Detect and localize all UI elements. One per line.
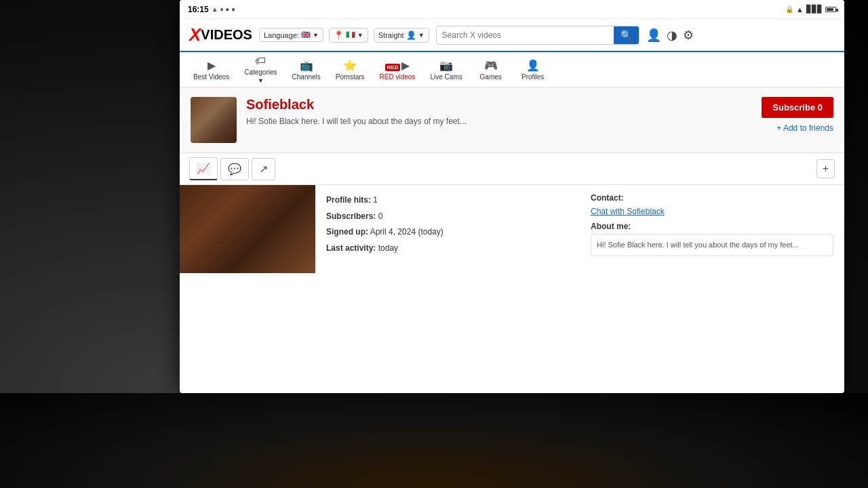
about-label: About me: [591, 222, 833, 231]
stats-info: Profile hits: 1 Subscribers: 0 Signed up… [315, 185, 580, 273]
red-videos-label: RED videos [380, 73, 416, 81]
last-activity-value: today [378, 243, 398, 253]
signed-up-label: Signed up: [326, 227, 368, 237]
header-icons: 👤 ◑ ⚙ [646, 28, 694, 43]
stats-photo [180, 185, 315, 273]
signed-up-value: April 4, 2024 (today) [370, 227, 443, 237]
nav-item-games[interactable]: 🎮 Games [471, 56, 511, 83]
last-activity-row: Last activity: today [326, 241, 569, 256]
header: X VIDEOS Language: 🇬🇧 ▼ 📍 🇮🇹 ▼ Straight … [180, 19, 844, 52]
time-display: 16:15 [188, 5, 209, 14]
profile-name: Sofieblack [246, 97, 752, 113]
pornstars-icon: ⭐ [343, 59, 357, 72]
location-chevron: ▼ [357, 32, 363, 39]
profile-section: Sofieblack Hi! Sofie Black here. I will … [180, 87, 844, 153]
location-selector[interactable]: 📍 🇮🇹 ▼ [329, 28, 368, 43]
stats-section: Profile hits: 1 Subscribers: 0 Signed up… [180, 185, 844, 273]
share-tab-icon: ↗ [259, 163, 268, 175]
games-label: Games [480, 73, 502, 81]
status-bar: 16:15 ▲ ♦ ● ● 🔒 ▲ ▊▊▊ [180, 0, 844, 19]
add-friends-button[interactable]: + Add to friends [776, 123, 833, 133]
status-time: 16:15 ▲ ♦ ● ● [188, 5, 235, 14]
comments-tab[interactable]: 💬 [220, 158, 249, 180]
pornstars-label: Pornstars [336, 73, 365, 81]
red-badge: RED [385, 64, 401, 71]
games-icon: 🎮 [484, 59, 498, 72]
lock-icon: 🔒 [785, 5, 793, 13]
battery-icon [825, 7, 836, 12]
red-videos-icon: RED▶ [385, 59, 410, 72]
nav-item-pornstars[interactable]: ⭐ Pornstars [329, 56, 372, 83]
wifi-icon: ▊▊▊ [806, 5, 823, 14]
add-icon: + [823, 163, 829, 174]
profiles-icon: 👤 [526, 59, 540, 72]
profile-hits-value: 1 [373, 195, 378, 205]
categories-icon: 🏷 [255, 55, 266, 67]
nav-bar: ▶ Best Videos 🏷 Categories ▼ 📺 Channels … [180, 52, 844, 87]
best-videos-label: Best Videos [193, 73, 229, 81]
location-flag: 🇮🇹 [346, 30, 355, 39]
search-bar: 🔍 [436, 26, 639, 45]
logo-videos: VIDEOS [201, 27, 252, 43]
subscribers-row: Subscribers: 0 [326, 209, 569, 224]
search-input[interactable] [437, 27, 614, 43]
person-icon: 👤 [406, 30, 416, 40]
nav-item-red-videos[interactable]: RED▶ RED videos [373, 56, 422, 83]
profile-actions: Subscribe 0 + Add to friends [762, 97, 833, 133]
add-tab-button[interactable]: + [816, 159, 835, 178]
straight-label: Straight [378, 31, 404, 39]
nav-item-best-videos[interactable]: ▶ Best Videos [186, 56, 236, 83]
best-videos-icon: ▶ [208, 59, 216, 72]
contrast-icon[interactable]: ◑ [667, 28, 677, 43]
straight-selector[interactable]: Straight 👤 ▼ [374, 28, 429, 43]
subscribers-value: 0 [378, 211, 383, 221]
channels-label: Channels [292, 73, 321, 81]
share-tab[interactable]: ↗ [252, 158, 275, 180]
stats-contact: Contact: Chat with Sofieblack About me: … [580, 185, 844, 273]
status-icons: ▲ ♦ ● ● [212, 5, 235, 13]
settings-icon[interactable]: ⚙ [683, 28, 694, 43]
bottom-shadow [0, 393, 868, 488]
stats-tab[interactable]: 📈 [189, 157, 218, 180]
profile-hits-label: Profile hits: [326, 195, 371, 205]
nav-item-profiles[interactable]: 👤 Profiles [513, 56, 553, 83]
live-cams-label: Live Cams [430, 73, 462, 81]
header-controls: Language: 🇬🇧 ▼ 📍 🇮🇹 ▼ Straight 👤 ▼ [259, 28, 429, 43]
nav-item-live-cams[interactable]: 📷 Live Cams [423, 56, 469, 83]
language-chevron: ▼ [313, 32, 319, 39]
signal-icon: ▲ [796, 5, 804, 14]
site-logo[interactable]: X VIDEOS [189, 24, 252, 45]
straight-chevron: ▼ [418, 32, 425, 39]
channels-icon: 📺 [300, 59, 313, 72]
subscribe-button[interactable]: Subscribe 0 [762, 97, 833, 118]
signed-up-row: Signed up: April 4, 2024 (today) [326, 225, 569, 240]
status-right-icons: 🔒 ▲ ▊▊▊ [785, 5, 836, 14]
nav-item-categories[interactable]: 🏷 Categories ▼ [237, 52, 283, 87]
profile-info: Sofieblack Hi! Sofie Black here. I will … [246, 97, 752, 126]
location-pin-icon: 📍 [334, 30, 344, 40]
chat-link[interactable]: Chat with Sofieblack [591, 207, 665, 216]
profile-description: Hi! Sofie Black here. I will tell you ab… [246, 117, 752, 126]
search-button[interactable]: 🔍 [614, 26, 639, 44]
contact-label: Contact: [591, 193, 833, 203]
profile-avatar [191, 97, 237, 143]
nav-item-channels[interactable]: 📺 Channels [285, 56, 328, 83]
comments-tab-icon: 💬 [228, 163, 241, 175]
profiles-label: Profiles [521, 73, 544, 81]
subscribers-label: Subscribers: [326, 211, 376, 221]
profile-hits-row: Profile hits: 1 [326, 193, 569, 208]
user-icon[interactable]: 👤 [646, 28, 661, 43]
action-tabs: 📈 💬 ↗ + [180, 153, 844, 185]
language-selector[interactable]: Language: 🇬🇧 ▼ [259, 28, 323, 42]
phone-screen: 16:15 ▲ ♦ ● ● 🔒 ▲ ▊▊▊ X VIDEOS La [180, 0, 844, 393]
stats-tab-icon: 📈 [197, 163, 210, 174]
language-flag: 🇬🇧 [301, 30, 311, 39]
logo-x: X [189, 24, 201, 45]
live-cams-icon: 📷 [439, 59, 453, 72]
categories-label: Categories [244, 68, 277, 76]
avatar-image [191, 97, 237, 143]
language-label: Language: [264, 31, 299, 39]
last-activity-label: Last activity: [326, 243, 376, 253]
about-text-box: Hi! Sofie Black here. I will tell you ab… [591, 234, 833, 256]
